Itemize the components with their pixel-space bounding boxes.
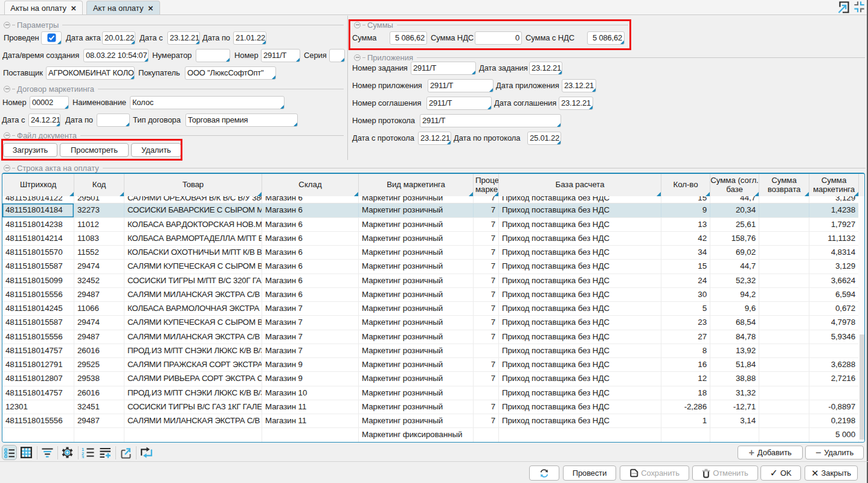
svg-text:3: 3 xyxy=(82,455,84,458)
